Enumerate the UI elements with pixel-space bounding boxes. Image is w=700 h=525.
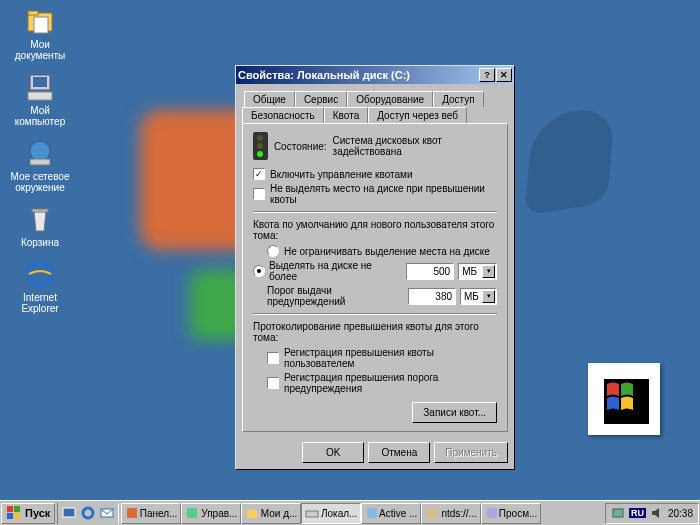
desktop-icon-label: Корзина [21,237,59,248]
ql-ie[interactable] [79,504,97,522]
quota-entries-button[interactable]: Записи квот... [412,402,497,423]
task-button[interactable]: Управ... [181,503,241,524]
desktop-icon-label: Мое сетевоеокружение [11,171,70,193]
desktop-icon-ie[interactable]: InternetExplorer [5,258,75,314]
desktop-icon [62,506,76,520]
radio-label: Выделять на диске не более [269,260,398,282]
tab-tools[interactable]: Сервис [295,91,347,107]
windows-logo [588,363,660,435]
svg-rect-1 [28,11,38,15]
svg-rect-4 [33,77,47,87]
folder-icon [245,506,258,520]
warning-input[interactable] [408,288,456,305]
svg-rect-12 [14,506,20,512]
limit-unit-select[interactable]: МБ▾ [458,263,497,280]
checkbox-label: Регистрация превышения порога предупрежд… [284,372,497,394]
svg-rect-23 [427,508,437,518]
svg-rect-2 [34,17,48,33]
quick-launch [57,503,119,524]
status-text: Система дисковых квот задействована [333,135,497,157]
checkbox-label: Не выделять место на диске при превышени… [270,183,497,205]
radio-limit[interactable] [253,265,265,277]
network-icon [24,137,56,169]
desktop-icon-network[interactable]: Мое сетевоеокружение [5,137,75,193]
ie-icon [81,506,95,520]
desktop-icon-my-computer[interactable]: Мойкомпьютер [5,71,75,127]
titlebar[interactable]: Свойства: Локальный диск (C:) ? ✕ [236,66,514,84]
windows-flag-icon [6,505,22,521]
svg-rect-7 [30,159,50,165]
desktop-icon-label: Моидокументы [15,39,66,61]
svg-rect-19 [187,508,197,518]
svg-rect-14 [14,513,20,519]
warning-unit-select[interactable]: МБ▾ [460,288,497,305]
traffic-light-icon [253,132,268,160]
chevron-down-icon: ▾ [482,290,495,303]
mail-icon [100,506,114,520]
system-tray: RU 20:38 [605,503,699,524]
radio-label: Не ограничивать выделение места на диске [284,246,490,257]
app-icon [185,506,199,520]
checkbox-deny-disk[interactable] [253,188,265,200]
svg-point-9 [29,263,51,285]
properties-dialog: Свойства: Локальный диск (C:) ? ✕ Общие … [235,65,515,470]
windows-flag-icon [599,374,649,424]
desktop-icon-my-documents[interactable]: Моидокументы [5,5,75,61]
language-indicator[interactable]: RU [629,508,646,518]
svg-rect-21 [306,511,318,517]
task-button[interactable]: Просм... [481,503,541,524]
tab-security[interactable]: Безопасность [242,107,324,124]
apply-button[interactable]: Применить [434,442,508,463]
checkbox-log-warning[interactable] [267,377,279,389]
tab-hardware[interactable]: Оборудование [347,91,433,107]
start-label: Пуск [25,507,50,519]
clock[interactable]: 20:38 [668,508,693,519]
tab-general[interactable]: Общие [244,91,295,107]
tabs-row-2: Безопасность Квота Доступ через веб [242,106,508,123]
help-button[interactable]: ? [479,68,495,82]
desktop-icons: Моидокументы Мойкомпьютер Мое сетевоеокр… [5,5,75,314]
warning-label: Порог выдачи предупреждений [267,285,400,307]
radio-unlimited[interactable] [267,245,279,257]
start-button[interactable]: Пуск [1,503,55,524]
desktop-icon-recycle-bin[interactable]: Корзина [5,203,75,248]
chevron-down-icon: ▾ [482,265,495,278]
app-icon [425,506,439,520]
close-button[interactable]: ✕ [496,68,512,82]
svg-rect-8 [32,209,48,212]
tab-quota[interactable]: Квота [324,107,368,124]
tab-sharing[interactable]: Доступ [433,91,484,107]
svg-point-6 [30,141,50,161]
default-quota-label: Квота по умолчанию для нового пользовате… [253,219,497,241]
svg-point-16 [83,508,93,518]
ql-outlook[interactable] [98,504,116,522]
volume-icon[interactable] [650,506,664,520]
svg-rect-11 [7,506,13,512]
task-button[interactable]: Панел... [121,503,181,524]
task-button[interactable]: Локал... [301,503,361,524]
task-button[interactable]: Мои д... [241,503,301,524]
app-icon [365,506,377,520]
cancel-button[interactable]: Отмена [368,442,430,463]
checkbox-label: Включить управление квотами [270,169,413,180]
quota-panel: Состояние: Система дисковых квот задейст… [242,123,508,432]
computer-icon [24,71,56,103]
trash-icon [24,203,56,235]
task-button[interactable]: ntds://... [421,503,481,524]
checkbox-enable-quota[interactable] [253,168,265,180]
taskbar-buttons: Панел... Управ... Мои д... Локал... Acti… [121,503,605,524]
ql-desktop[interactable] [60,504,78,522]
tabs-row-1: Общие Сервис Оборудование Доступ [244,90,508,106]
taskbar: Пуск Панел... Управ... Мои д... Локал...… [0,500,700,525]
tab-web[interactable]: Доступ через веб [368,107,467,124]
limit-input[interactable] [406,263,454,280]
checkbox-log-user[interactable] [267,352,279,364]
wallpaper-figure [524,104,616,216]
ok-button[interactable]: OK [302,442,364,463]
svg-rect-22 [367,508,377,518]
tray-icon[interactable] [611,506,625,520]
task-button[interactable]: Active ... [361,503,421,524]
dialog-title: Свойства: Локальный диск (C:) [238,69,478,81]
folder-icon [24,5,56,37]
logging-label: Протоколирование превышения квоты для эт… [253,321,497,343]
